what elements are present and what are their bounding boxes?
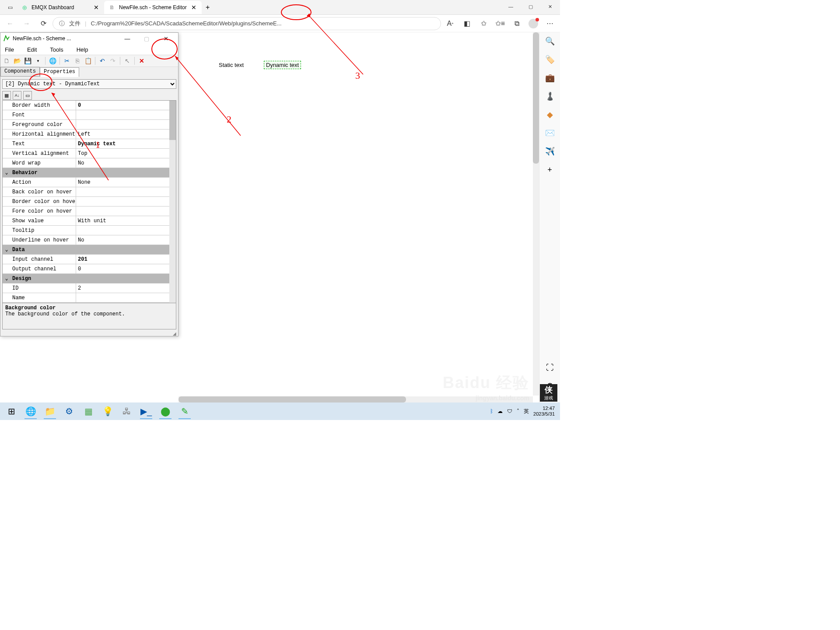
property-row[interactable]: Font <box>3 110 169 120</box>
taskbar-powershell-icon[interactable]: ▶_ <box>136 403 156 419</box>
editor-close-button[interactable]: ✕ <box>156 33 175 44</box>
menu-edit[interactable]: Edit <box>24 46 39 54</box>
property-row[interactable]: Border color on hover <box>3 197 169 206</box>
property-row[interactable]: Word wrapNo <box>3 158 169 168</box>
expand-icon[interactable]: ⌄ <box>3 168 10 177</box>
taskbar-tips-icon[interactable]: 💡 <box>98 403 117 419</box>
resize-grip[interactable]: ◢ <box>0 331 178 336</box>
address-bar[interactable]: ⓘ 文件 | C:/Program%20Files/SCADA/ScadaSch… <box>52 17 441 30</box>
chess-icon[interactable]: ♟️ <box>545 91 555 102</box>
tab-close-button[interactable]: ✕ <box>190 4 197 11</box>
property-row[interactable]: TextDynamic text <box>3 139 169 149</box>
taskbar-vscode-icon[interactable]: ⬤ <box>156 403 175 419</box>
canvas-static-text[interactable]: Static text <box>219 62 244 68</box>
property-group[interactable]: ⌄Data <box>3 245 169 255</box>
property-value[interactable]: Top <box>76 149 169 158</box>
tag-icon[interactable]: 🏷️ <box>545 54 555 65</box>
paste-icon[interactable]: 📋 <box>84 56 92 65</box>
tab-properties[interactable]: Properties <box>40 67 79 77</box>
canvas-dynamic-text[interactable]: Dynamic text <box>264 61 301 69</box>
property-value[interactable] <box>76 110 169 119</box>
save-dropdown-icon[interactable]: ▼ <box>34 56 42 65</box>
property-row[interactable]: Fore color on hover <box>3 206 169 216</box>
property-value[interactable]: No <box>76 235 169 245</box>
taskbar-scheme-icon[interactable]: ✎ <box>175 403 194 419</box>
window-minimize-button[interactable]: — <box>501 0 521 13</box>
property-row[interactable]: Name <box>3 293 169 303</box>
property-row[interactable]: ID2 <box>3 284 169 293</box>
start-button[interactable]: ⊞ <box>2 403 21 419</box>
page-vertical-scrollbar[interactable] <box>533 32 539 396</box>
more-button[interactable]: ⋯ <box>542 16 557 31</box>
tray-bluetooth-icon[interactable]: ᛒ <box>490 408 493 414</box>
property-group[interactable]: ⌄Behavior <box>3 168 169 178</box>
property-object-selector[interactable]: [2] Dynamic text - DynamicText <box>2 79 176 89</box>
tray-ime-text[interactable]: 英 <box>524 408 529 415</box>
property-value[interactable]: No <box>76 158 169 168</box>
property-value[interactable]: None <box>76 178 169 187</box>
property-value[interactable] <box>76 120 169 129</box>
property-row[interactable]: Border width0 <box>3 101 169 110</box>
editor-title-bar[interactable]: NewFile.sch - Scheme ... — ▢ ✕ <box>0 33 178 44</box>
categorize-icon[interactable]: ▦ <box>2 91 11 100</box>
read-aloud-button[interactable]: A» <box>443 16 458 31</box>
property-value[interactable] <box>76 293 169 302</box>
redo-icon[interactable]: ↷ <box>108 56 117 65</box>
property-row[interactable]: Back color on hover <box>3 187 169 197</box>
tray-onedrive-icon[interactable]: ☁ <box>497 408 503 414</box>
capture-icon[interactable]: ⛶ <box>545 362 555 373</box>
property-pages-icon[interactable]: ▭ <box>23 91 32 100</box>
tab-close-button[interactable]: ✕ <box>93 4 100 11</box>
tray-security-icon[interactable]: 🛡 <box>507 408 512 414</box>
property-row[interactable]: Underline on hoverNo <box>3 235 169 245</box>
editor-maximize-button[interactable]: ▢ <box>137 33 156 44</box>
taskbar-edge-icon[interactable]: 🌐 <box>21 403 40 419</box>
property-value[interactable] <box>76 206 169 216</box>
pointer-icon[interactable]: ↖ <box>123 56 132 65</box>
undo-icon[interactable]: ↶ <box>98 56 107 65</box>
property-row[interactable]: Horizontal alignmentLeft <box>3 130 169 139</box>
taskbar-explorer-icon[interactable]: 📁 <box>40 403 60 419</box>
property-row[interactable]: Show valueWith unit <box>3 216 169 226</box>
tray-chevron-icon[interactable]: ˄ <box>517 408 519 414</box>
search-icon[interactable]: 🔍 <box>545 36 555 46</box>
forward-button[interactable]: → <box>19 16 34 31</box>
copy-icon[interactable]: ⎘ <box>73 56 82 65</box>
split-screen-button[interactable]: ◧ <box>459 16 474 31</box>
expand-icon[interactable]: ⌄ <box>3 274 10 283</box>
window-close-button[interactable]: ✕ <box>540 0 560 13</box>
expand-icon[interactable]: ⌄ <box>3 245 10 254</box>
favorite-button[interactable]: ✩ <box>476 16 491 31</box>
profile-button[interactable] <box>526 16 541 31</box>
property-value[interactable]: Left <box>76 130 169 139</box>
property-row[interactable]: Foreground color <box>3 120 169 130</box>
property-row[interactable]: Tooltip <box>3 226 169 235</box>
menu-tools[interactable]: Tools <box>47 46 66 54</box>
new-tab-button[interactable]: + <box>202 1 214 14</box>
menu-file[interactable]: File <box>2 46 17 54</box>
taskbar-app1-icon[interactable]: ▦ <box>79 403 98 419</box>
property-value[interactable]: Dynamic text <box>76 139 169 148</box>
taskbar-network-icon[interactable]: 🖧 <box>117 403 136 419</box>
property-row[interactable]: ActionNone <box>3 178 169 187</box>
site-info-icon[interactable]: ⓘ <box>59 20 65 28</box>
menu-help[interactable]: Help <box>74 46 91 54</box>
browser-tab-1[interactable]: 🗎 NewFile.sch - Scheme Editor ✕ <box>104 1 202 14</box>
property-row[interactable]: Output channel0 <box>3 264 169 274</box>
tab-actions-button[interactable]: ▭ <box>4 1 17 14</box>
browser-tab-0[interactable]: ◎ EMQX Dashboard ✕ <box>17 1 104 14</box>
property-value[interactable] <box>76 226 169 235</box>
plus-icon[interactable]: + <box>545 164 555 175</box>
cut-icon[interactable]: ✂ <box>63 56 71 65</box>
property-value[interactable] <box>76 197 169 206</box>
favorites-bar-button[interactable]: ✩≡ <box>493 16 508 31</box>
property-value[interactable]: 0 <box>76 101 169 110</box>
telegram-icon[interactable]: ✈️ <box>545 146 555 157</box>
open-file-icon[interactable]: 📂 <box>13 56 21 65</box>
refresh-button[interactable]: ⟳ <box>36 16 51 31</box>
new-file-icon[interactable]: 🗋 <box>2 56 11 65</box>
globe-icon[interactable]: 🌐 <box>48 56 57 65</box>
sort-az-icon[interactable]: A↓ <box>13 91 21 100</box>
property-value[interactable]: 2 <box>76 284 169 293</box>
editor-minimize-button[interactable]: — <box>118 33 137 44</box>
